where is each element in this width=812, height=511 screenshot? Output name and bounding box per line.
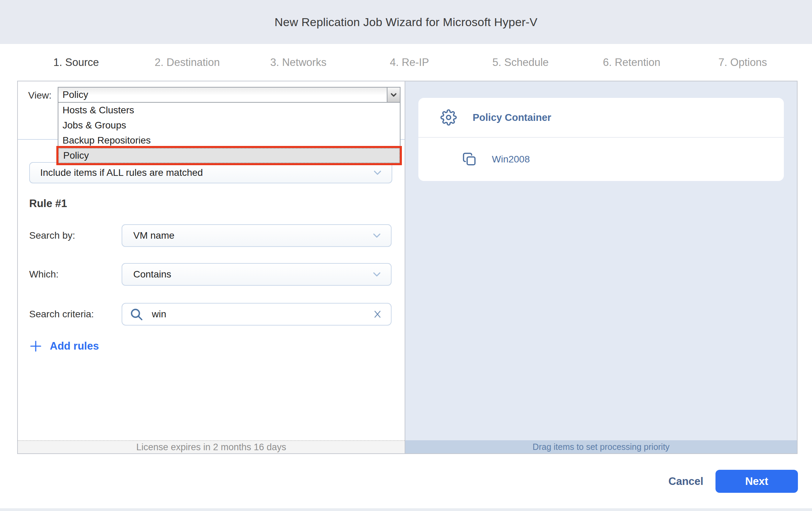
view-option-backup-repositories[interactable]: Backup Repositories — [58, 133, 400, 148]
add-rules-button[interactable]: Add rules — [29, 340, 99, 353]
search-icon — [129, 307, 144, 321]
search-criteria-label: Search criteria: — [29, 309, 94, 320]
wizard-body: View: Policy Hosts & Clusters Jobs & Gro… — [17, 81, 798, 454]
view-label: View: — [28, 90, 52, 101]
view-options-list: Hosts & Clusters Jobs & Groups Backup Re… — [58, 103, 401, 164]
tab-retention[interactable]: 6. Retention — [576, 56, 687, 69]
preview-panel: Policy Container Win2008 Drag items to s… — [405, 81, 797, 453]
tab-schedule[interactable]: 5. Schedule — [465, 56, 576, 69]
view-select[interactable]: Policy — [58, 87, 401, 103]
chevron-down-icon — [372, 269, 382, 280]
tab-destination[interactable]: 2. Destination — [132, 56, 243, 69]
policy-container-row[interactable]: Policy Container — [418, 98, 784, 138]
view-option-policy[interactable]: Policy — [58, 148, 400, 163]
clear-search-button[interactable] — [372, 308, 383, 320]
view-option-hosts-clusters[interactable]: Hosts & Clusters — [58, 103, 400, 118]
close-icon — [372, 309, 383, 319]
chevron-down-icon — [372, 230, 382, 241]
which-select[interactable]: Contains — [122, 263, 392, 286]
tab-re-ip[interactable]: 4. Re-IP — [354, 56, 465, 69]
page-title: New Replication Job Wizard for Microsoft… — [274, 15, 537, 29]
next-button[interactable]: Next — [715, 470, 798, 493]
include-rule-value: Include items if ALL rules are matched — [40, 167, 203, 178]
policy-container-card: Policy Container Win2008 — [418, 98, 784, 181]
view-option-jobs-groups[interactable]: Jobs & Groups — [58, 118, 400, 133]
search-by-value: VM name — [133, 230, 174, 241]
rule-title: Rule #1 — [29, 197, 67, 210]
view-select-value: Policy — [58, 89, 387, 100]
window-title-bar: New Replication Job Wizard for Microsoft… — [0, 0, 812, 44]
tab-networks[interactable]: 3. Networks — [243, 56, 354, 69]
chevron-down-icon — [372, 168, 383, 178]
policy-container-title: Policy Container — [473, 112, 551, 123]
include-rule-select[interactable]: Include items if ALL rules are matched — [29, 162, 392, 183]
vm-item-name: Win2008 — [492, 154, 530, 165]
drag-priority-bar: Drag items to set processing priority — [405, 440, 797, 453]
vm-item-win2008[interactable]: Win2008 — [418, 138, 784, 181]
gear-icon — [440, 109, 457, 126]
search-by-label: Search by: — [29, 230, 75, 241]
search-by-select[interactable]: VM name — [122, 224, 392, 247]
view-select-arrow-button[interactable] — [387, 88, 400, 102]
bottom-edge-strip — [0, 508, 812, 511]
search-criteria-field[interactable] — [122, 303, 392, 326]
which-label: Which: — [29, 269, 59, 280]
tab-source[interactable]: 1. Source — [21, 56, 132, 69]
drag-priority-hint: Drag items to set processing priority — [533, 442, 670, 452]
license-status-text: License expires in 2 months 16 days — [136, 442, 286, 453]
tab-options[interactable]: 7. Options — [687, 56, 798, 69]
search-criteria-input[interactable] — [144, 309, 372, 320]
add-rules-label: Add rules — [50, 340, 99, 352]
source-panel: View: Policy Hosts & Clusters Jobs & Gro… — [18, 81, 405, 453]
which-value: Contains — [133, 269, 171, 280]
plus-icon — [29, 340, 42, 353]
vm-icon — [462, 152, 477, 167]
chevron-down-icon — [390, 91, 397, 99]
cancel-button[interactable]: Cancel — [668, 475, 703, 488]
license-status-bar: License expires in 2 months 16 days — [18, 440, 405, 453]
wizard-step-tabs: 1. Source 2. Destination 3. Networks 4. … — [0, 44, 812, 81]
